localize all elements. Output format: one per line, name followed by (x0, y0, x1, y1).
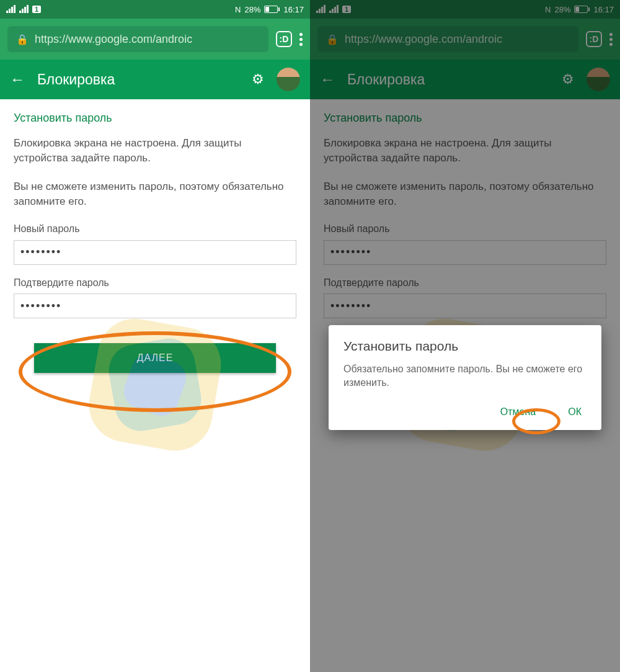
url-text: https://www.google.com/androic (35, 33, 260, 46)
dialog-body: Обязательно запомните пароль. Вы не смож… (343, 362, 587, 390)
tab-switcher-icon[interactable]: :D (276, 31, 292, 47)
cancel-button[interactable]: Отмена (495, 403, 541, 421)
new-password-input[interactable] (14, 240, 296, 265)
page-title: Блокировка (37, 71, 239, 88)
next-button[interactable]: ДАЛЕЕ (34, 343, 276, 373)
screen-left: 1 N 28% 16:17 🔒 https://www.google.com/a… (0, 0, 310, 672)
avatar[interactable] (277, 68, 300, 91)
url-box[interactable]: 🔒 https://www.google.com/androic (7, 26, 268, 52)
battery-text: 28% (244, 5, 260, 14)
menu-icon[interactable] (299, 33, 303, 46)
battery-icon (264, 6, 280, 13)
clock: 16:17 (283, 5, 304, 14)
sim-badge: 1 (32, 6, 41, 13)
browser-bar: 🔒 https://www.google.com/androic :D (0, 19, 310, 60)
description-2: Вы не сможете изменить пароль, поэтому о… (14, 179, 296, 209)
content: Установить пароль Блокировка экрана не н… (0, 99, 310, 384)
gear-icon[interactable]: ⚙ (252, 71, 264, 87)
signal-sim1-icon (6, 6, 16, 13)
back-icon[interactable]: ← (10, 71, 25, 88)
new-password-label: Новый пароль (14, 222, 296, 236)
section-title: Установить пароль (14, 110, 296, 126)
confirm-password-label: Подтвердите пароль (14, 276, 296, 290)
screen-right: 1 N 28% 16:17 🔒 https://www.google.com/a… (310, 0, 620, 672)
nfc-icon: N (235, 5, 241, 14)
confirm-dialog: Установить пароль Обязательно запомните … (329, 325, 601, 430)
confirm-password-input[interactable] (14, 293, 296, 318)
status-bar: 1 N 28% 16:17 (0, 0, 310, 19)
lock-icon: 🔒 (16, 34, 29, 45)
dialog-title: Установить пароль (343, 339, 587, 354)
description-1: Блокировка экрана не настроена. Для защи… (14, 136, 296, 166)
app-bar: ← Блокировка ⚙ (0, 60, 310, 99)
signal-sim2-icon (19, 6, 29, 13)
ok-button[interactable]: ОК (563, 403, 587, 421)
